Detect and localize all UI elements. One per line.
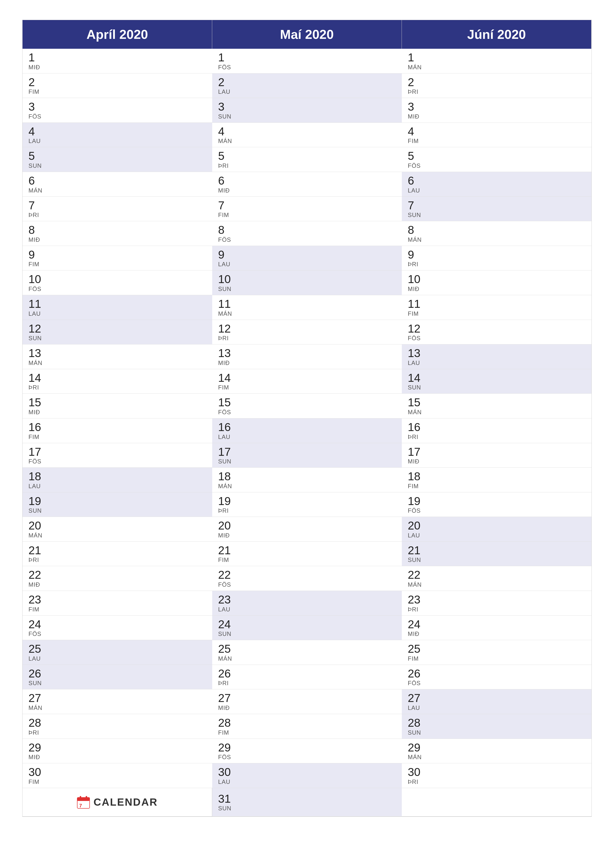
day-row-m2-d19: 20LAU xyxy=(402,517,591,542)
day-name-m1-d1: LAU xyxy=(218,88,396,95)
day-name-m2-d15: ÞRI xyxy=(408,434,586,440)
day-row-m2-d26: 27LAU xyxy=(402,689,591,714)
day-name-m0-d28: MIÐ xyxy=(28,754,206,761)
day-row-m0-d23: 24FÖS xyxy=(23,615,212,640)
day-row-m0-d20: 21ÞRI xyxy=(23,542,212,566)
day-number-m0-d24: 25 xyxy=(28,643,206,655)
calendar-logo-icon: 7 xyxy=(77,795,90,809)
day-name-m1-d26: MIÐ xyxy=(218,704,396,711)
day-row-m1-d13: 14FIM xyxy=(212,369,402,394)
day-row-m1-d28: 29FÖS xyxy=(212,739,402,764)
day-number-m0-d12: 13 xyxy=(28,347,206,360)
day-row-m2-d11: 12FÖS xyxy=(402,320,591,345)
day-name-m0-d16: FÖS xyxy=(28,458,206,465)
day-name-m1-d10: MÁN xyxy=(218,310,396,317)
day-row-m2-d23: 24MIÐ xyxy=(402,615,591,640)
day-number-m0-d26: 27 xyxy=(28,692,206,704)
day-row-m0-d11: 12SUN xyxy=(23,320,212,345)
day-row-m1-d12: 13MIÐ xyxy=(212,344,402,369)
day-name-m1-d11: ÞRI xyxy=(218,335,396,342)
day-row-m2-d21: 22MÁN xyxy=(402,566,591,591)
day-row-m1-d22: 23LAU xyxy=(212,591,402,615)
day-row-m2-d15: 16ÞRI xyxy=(402,418,591,443)
day-name-m1-d19: MIÐ xyxy=(218,532,396,539)
day-number-m2-d0: 1 xyxy=(408,51,586,64)
day-row-m1-d8: 9LAU xyxy=(212,246,402,271)
empty-cell-m2-d30 xyxy=(402,788,591,817)
day-name-m1-d23: SUN xyxy=(218,631,396,637)
day-number-m2-d15: 16 xyxy=(408,421,586,434)
day-name-m2-d10: FIM xyxy=(408,310,586,317)
day-name-m2-d23: MIÐ xyxy=(408,631,586,637)
day-row-m2-d14: 15MÁN xyxy=(402,394,591,418)
day-row-m0-d1: 2FIM xyxy=(23,73,212,98)
day-number-m0-d17: 18 xyxy=(28,470,206,483)
day-number-m2-d7: 8 xyxy=(408,224,586,236)
day-name-m1-d15: LAU xyxy=(218,434,396,440)
day-number-m1-d5: 6 xyxy=(218,174,396,187)
day-row-m2-d20: 21SUN xyxy=(402,542,591,566)
svg-rect-3 xyxy=(80,796,81,800)
day-name-m0-d15: FIM xyxy=(28,434,206,440)
day-name-m0-d3: LAU xyxy=(28,138,206,144)
day-name-m1-d28: FÖS xyxy=(218,754,396,761)
day-number-m0-d9: 10 xyxy=(28,273,206,285)
day-row-m0-d6: 7ÞRI xyxy=(23,197,212,222)
day-row-m0-d18: 19SUN xyxy=(23,492,212,517)
day-number-m2-d5: 6 xyxy=(408,174,586,187)
calendar-grid: Apríl 2020Maí 2020Júní 20201MIÐ1FÖS1MÁN2… xyxy=(22,20,592,817)
day-row-m0-d4: 5SUN xyxy=(23,147,212,172)
day-name-m2-d24: FIM xyxy=(408,655,586,662)
logo-area: 7 CALENDAR xyxy=(23,788,212,817)
day-name-m1-d4: ÞRI xyxy=(218,162,396,169)
day-number-m2-d19: 20 xyxy=(408,519,586,532)
day-name-m2-d0: MÁN xyxy=(408,64,586,71)
day-number-m1-d1: 2 xyxy=(218,76,396,88)
day-name-m0-d13: ÞRI xyxy=(28,384,206,391)
day-number-m2-d27: 28 xyxy=(408,716,586,729)
day-name-m1-d3: MÁN xyxy=(218,138,396,144)
day-number-m1-d12: 13 xyxy=(218,347,396,360)
month-header-1: Maí 2020 xyxy=(212,20,402,49)
day-name-m2-d14: MÁN xyxy=(408,409,586,416)
day-row-m0-d27: 28ÞRI xyxy=(23,714,212,739)
day-number-m2-d16: 17 xyxy=(408,446,586,458)
day-name-m2-d4: FÖS xyxy=(408,162,586,169)
day-name-m2-d25: FÖS xyxy=(408,680,586,687)
day-row-m0-d10: 11LAU xyxy=(23,295,212,320)
day-number-m2-d13: 14 xyxy=(408,372,586,384)
day-name-m1-d2: SUN xyxy=(218,113,396,120)
day-number-m2-d29: 30 xyxy=(408,766,586,778)
svg-rect-4 xyxy=(85,796,87,800)
day-number-m1-d30: 31 xyxy=(218,792,396,805)
day-number-m1-d3: 4 xyxy=(218,125,396,138)
day-name-m2-d22: ÞRI xyxy=(408,606,586,613)
day-row-m1-d30: 31SUN xyxy=(212,788,402,817)
day-row-m2-d4: 5FÖS xyxy=(402,147,591,172)
day-name-m2-d27: SUN xyxy=(408,729,586,736)
day-number-m1-d21: 22 xyxy=(218,569,396,581)
day-number-m0-d0: 1 xyxy=(28,51,206,64)
day-row-m0-d25: 26SUN xyxy=(23,665,212,690)
day-row-m1-d27: 28FIM xyxy=(212,714,402,739)
day-name-m2-d9: MIÐ xyxy=(408,285,586,293)
day-name-m0-d17: LAU xyxy=(28,483,206,490)
day-name-m2-d17: FIM xyxy=(408,483,586,490)
day-name-m0-d6: ÞRI xyxy=(28,212,206,219)
day-name-m2-d28: MÁN xyxy=(408,754,586,761)
day-number-m0-d13: 14 xyxy=(28,372,206,384)
day-number-m0-d28: 29 xyxy=(28,741,206,754)
month-header-0: Apríl 2020 xyxy=(23,20,212,49)
day-number-m0-d19: 20 xyxy=(28,519,206,532)
day-row-m2-d29: 30ÞRI xyxy=(402,763,591,788)
day-row-m1-d10: 11MÁN xyxy=(212,295,402,320)
day-number-m2-d1: 2 xyxy=(408,76,586,88)
day-row-m2-d3: 4FIM xyxy=(402,123,591,147)
day-number-m0-d5: 6 xyxy=(28,174,206,187)
day-number-m1-d27: 28 xyxy=(218,716,396,729)
day-name-m2-d20: SUN xyxy=(408,556,586,563)
day-number-m1-d19: 20 xyxy=(218,519,396,532)
day-number-m2-d11: 12 xyxy=(408,322,586,335)
day-name-m0-d2: FÖS xyxy=(28,113,206,120)
day-number-m2-d2: 3 xyxy=(408,101,586,113)
